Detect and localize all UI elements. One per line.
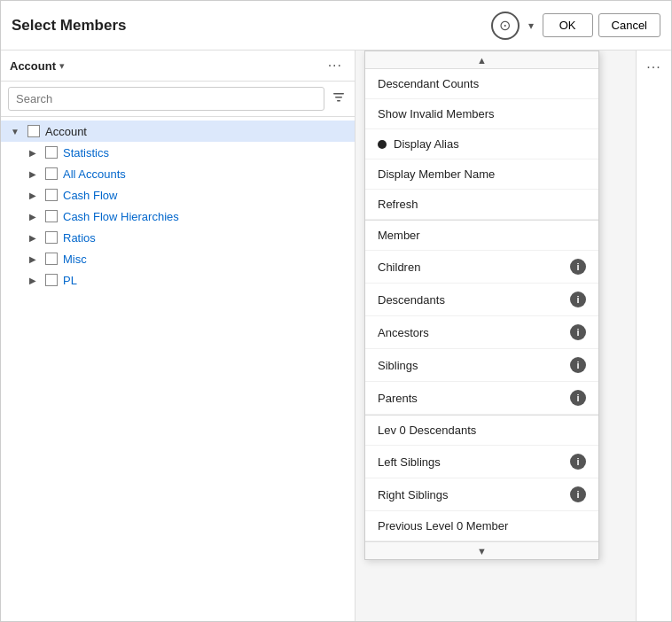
page-title: Select Members <box>12 17 126 35</box>
menu-item-right-siblings[interactable]: Right Siblings i <box>365 478 598 511</box>
tree-item-statistics[interactable]: ▶ Statistics <box>19 142 355 163</box>
right-more-button[interactable]: ··· <box>643 58 664 77</box>
filter-button[interactable] <box>330 89 348 109</box>
right-siblings-info-icon[interactable]: i <box>570 486 586 502</box>
menu-item-show-invalid[interactable]: Show Invalid Members <box>365 99 598 129</box>
tree-label-allaccounts: All Accounts <box>63 167 126 181</box>
tree-checkbox-cashflow-hierarchies[interactable] <box>45 210 58 222</box>
menu-item-refresh[interactable]: Refresh <box>365 190 598 220</box>
selected-dot-icon <box>378 140 387 149</box>
ok-button[interactable]: OK <box>543 13 593 37</box>
tree-item-root[interactable]: ▼ Account <box>1 121 355 142</box>
menu-item-children[interactable]: Children i <box>365 251 598 284</box>
tree-label-misc: Misc <box>63 253 87 266</box>
account-chevron-icon[interactable]: ▾ <box>59 60 65 72</box>
svg-rect-1 <box>335 97 342 98</box>
tree-checkbox-allaccounts[interactable] <box>45 167 58 180</box>
tree-checkbox-statistics[interactable] <box>45 146 58 159</box>
tree-label-cashflow-hierarchies: Cash Flow Hierarchies <box>63 210 179 223</box>
tree-children: ▶ Statistics ▶ All Accounts ▶ Cash Flow <box>1 142 355 291</box>
svg-rect-2 <box>337 100 340 102</box>
tree-label-cashflow: Cash Flow <box>63 189 117 202</box>
tree-item-cashflow-hierarchies[interactable]: ▶ Cash Flow Hierarchies <box>19 206 355 227</box>
tree-checkbox-root[interactable] <box>27 125 40 137</box>
left-siblings-info-icon[interactable]: i <box>570 454 586 470</box>
menu-scroll-down[interactable]: ▼ <box>365 541 598 559</box>
siblings-info-icon[interactable]: i <box>570 357 586 373</box>
descendants-info-icon[interactable]: i <box>570 292 586 307</box>
help-dropdown-button[interactable]: ▾ <box>525 18 537 34</box>
menu-item-descendants[interactable]: Descendants i <box>365 284 598 316</box>
menu-item-member[interactable]: Member <box>365 221 598 251</box>
search-input[interactable] <box>8 87 324 111</box>
tree-item-ratios[interactable]: ▶ Ratios <box>19 227 355 248</box>
tree-expand-misc[interactable]: ▶ <box>26 252 40 266</box>
far-right-panel: ··· <box>636 51 671 621</box>
tree-item-cashflow[interactable]: ▶ Cash Flow <box>19 184 355 206</box>
tree-checkbox-cashflow[interactable] <box>45 189 58 201</box>
tree-expand-cashflow-hierarchies[interactable]: ▶ <box>26 209 40 223</box>
menu-item-display-alias[interactable]: Display Alias <box>365 129 598 159</box>
filter-icon <box>332 90 346 105</box>
tree-item-misc[interactable]: ▶ Misc <box>19 248 355 269</box>
menu-item-ancestors[interactable]: Ancestors i <box>365 316 598 349</box>
tree-label-statistics: Statistics <box>63 146 109 159</box>
tree-container[interactable]: ▼ Account ▶ Statistics ▶ All Accounts <box>1 117 355 621</box>
tree-checkbox-ratios[interactable] <box>45 231 58 244</box>
left-panel: Account ▾ ··· <box>1 51 356 621</box>
help-button[interactable]: ⊙ <box>491 12 520 40</box>
account-label: Account <box>10 59 56 73</box>
header-actions: ⊙ ▾ OK Cancel <box>491 12 660 40</box>
menu-scroll-area[interactable]: Descendant Counts Show Invalid Members D… <box>365 69 598 541</box>
cancel-button[interactable]: Cancel <box>598 13 660 37</box>
menu-item-parents[interactable]: Parents i <box>365 382 598 415</box>
tree-expand-ratios[interactable]: ▶ <box>26 230 40 245</box>
account-label-group: Account ▾ <box>10 59 65 73</box>
tree-label-root: Account <box>45 125 87 138</box>
tree-expand-statistics[interactable]: ▶ <box>26 145 40 159</box>
account-more-button[interactable]: ··· <box>324 56 346 75</box>
menu-item-lev0-descendants[interactable]: Lev 0 Descendants <box>365 416 598 446</box>
tree-expand-root[interactable]: ▼ <box>8 124 22 138</box>
tree-checkbox-pl[interactable] <box>45 274 58 286</box>
menu-item-display-member-name[interactable]: Display Member Name <box>365 159 598 190</box>
menu-item-left-siblings[interactable]: Left Siblings i <box>365 446 598 478</box>
dropdown-menu: ▲ Descendant Counts Show Invalid Members… <box>364 51 599 560</box>
account-toolbar: Account ▾ ··· <box>1 51 355 82</box>
main-content: Account ▾ ··· <box>1 51 671 621</box>
menu-item-prev-level0[interactable]: Previous Level 0 Member <box>365 511 598 541</box>
tree-expand-allaccounts[interactable]: ▶ <box>26 167 40 181</box>
ancestors-info-icon[interactable]: i <box>570 324 586 340</box>
tree-item-allaccounts[interactable]: ▶ All Accounts <box>19 163 355 184</box>
menu-item-descendant-counts[interactable]: Descendant Counts <box>365 69 598 99</box>
tree-expand-pl[interactable]: ▶ <box>26 273 40 287</box>
header: Select Members ⊙ ▾ OK Cancel <box>1 1 671 51</box>
tree-label-pl: PL <box>63 274 77 287</box>
right-panel: ▲ Descendant Counts Show Invalid Members… <box>356 51 671 621</box>
search-container <box>1 82 355 117</box>
parents-info-icon[interactable]: i <box>570 390 586 406</box>
tree-item-pl[interactable]: ▶ PL <box>19 269 355 291</box>
tree-expand-cashflow[interactable]: ▶ <box>26 188 40 202</box>
children-info-icon[interactable]: i <box>570 259 586 275</box>
tree-checkbox-misc[interactable] <box>45 253 58 265</box>
menu-item-siblings[interactable]: Siblings i <box>365 349 598 382</box>
menu-scroll-up[interactable]: ▲ <box>365 51 598 69</box>
svg-rect-0 <box>333 93 344 95</box>
app-window: Select Members ⊙ ▾ OK Cancel Account ▾ ·… <box>0 0 672 622</box>
tree-label-ratios: Ratios <box>63 231 96 245</box>
